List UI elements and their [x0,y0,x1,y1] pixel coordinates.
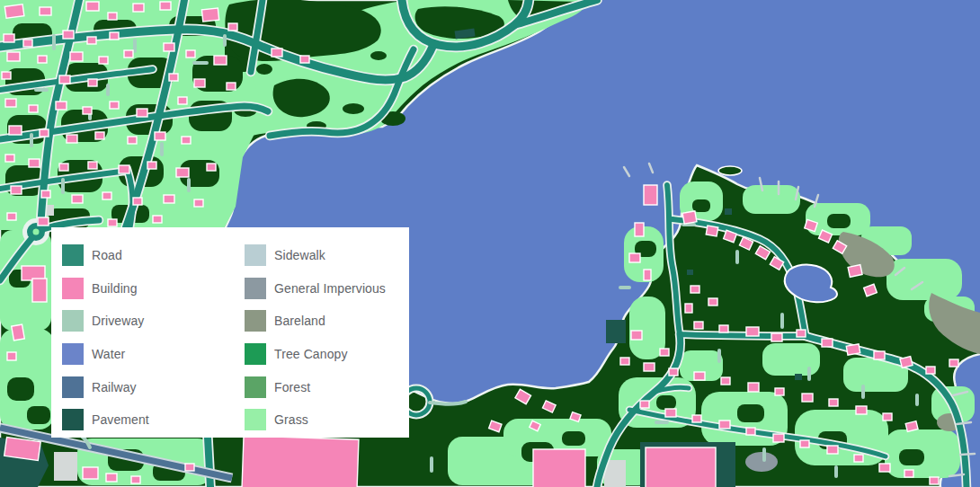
legend-swatch-water [62,343,84,365]
legend-swatch-forest [245,376,266,398]
legend-row-bareland: Bareland [245,305,409,338]
legend-row-grass: Grass [245,403,409,437]
legend-column-1: Road Building Driveway Water Railway Pav… [62,239,245,438]
map-viewport[interactable]: Road Building Driveway Water Railway Pav… [0,0,980,487]
legend-swatch-sidewalk [245,244,266,266]
legend-label: Tree Canopy [274,347,348,361]
legend-swatch-bareland [245,310,266,332]
legend-swatch-driveway [62,310,84,332]
legend-row-railway: Railway [62,370,245,403]
legend-label: Building [92,281,138,296]
legend-label: Bareland [274,314,325,328]
legend-row-tree-canopy: Tree Canopy [245,338,409,371]
legend-label: Railway [92,380,137,394]
legend-label: Driveway [92,314,144,328]
legend-label: Grass [274,412,308,427]
legend-label: General Impervious [274,281,386,296]
legend-swatch-general-impervious [245,278,266,299]
legend-column-2: Sidewalk General Impervious Bareland Tre… [245,239,409,438]
legend-label: Sidewalk [274,248,325,262]
legend-label: Pavement [92,412,149,427]
legend-swatch-pavement [62,409,84,430]
legend-row-road: Road [62,239,245,272]
legend-swatch-road [62,244,84,266]
legend-label: Water [92,347,125,361]
legend-label: Forest [274,380,310,394]
legend-row-sidewalk: Sidewalk [245,239,409,272]
island [718,166,742,175]
legend-swatch-railway [62,376,84,398]
legend-swatch-building [62,278,84,299]
legend-row-driveway: Driveway [62,305,245,338]
legend-swatch-grass [245,409,266,430]
legend-row-building: Building [62,272,245,305]
legend-row-water: Water [62,338,245,371]
legend-row-pavement: Pavement [62,403,245,437]
legend-row-general-impervious: General Impervious [245,272,409,305]
legend-label: Road [92,248,122,262]
impervious-blob [745,452,778,472]
legend-row-forest: Forest [245,370,409,403]
legend-swatch-tree-canopy [245,343,266,365]
legend-panel: Road Building Driveway Water Railway Pav… [51,227,409,438]
